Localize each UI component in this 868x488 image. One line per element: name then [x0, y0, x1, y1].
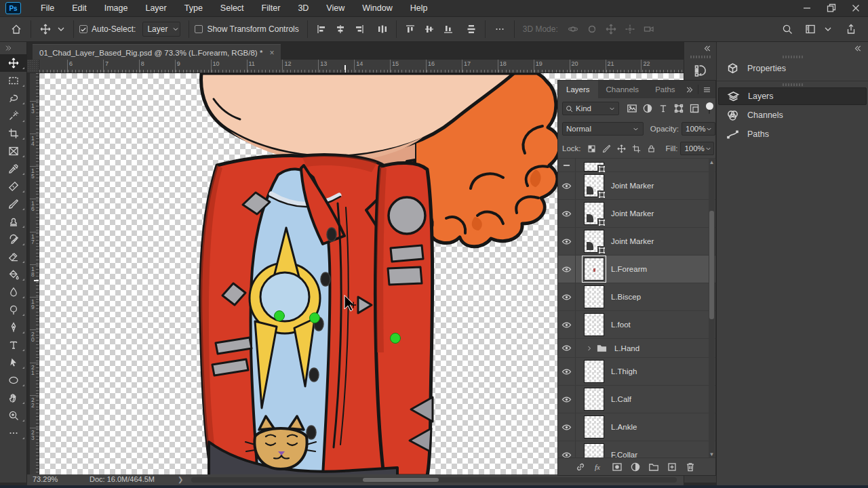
menu-window[interactable]: Window: [353, 0, 401, 16]
layer-name[interactable]: L.foot: [611, 321, 631, 329]
layer-thumbnail[interactable]: [584, 258, 604, 281]
restore-window-icon[interactable]: [819, 0, 844, 16]
pen-tool[interactable]: [0, 319, 27, 336]
layer-row[interactable]: Joint Marker: [558, 172, 715, 200]
lock-artboard-icon[interactable]: [631, 144, 642, 154]
scroll-up-icon[interactable]: ▲: [709, 159, 715, 165]
joint-marker-dot[interactable]: [310, 313, 320, 323]
layer-row-partial[interactable]: [558, 159, 715, 172]
more-options-icon[interactable]: [491, 24, 509, 35]
align-middle-icon[interactable]: [421, 24, 437, 35]
lock-position-icon[interactable]: [616, 144, 627, 154]
layer-name[interactable]: L.Ankle: [611, 423, 637, 431]
blur-tool[interactable]: [0, 283, 27, 301]
collapse-dock-icon[interactable]: [684, 42, 716, 54]
eyedropper-tool[interactable]: [0, 160, 27, 178]
search-icon[interactable]: [778, 24, 796, 35]
filter-smart-objects-icon[interactable]: [688, 102, 701, 115]
layer-filter-toggle[interactable]: [705, 102, 714, 115]
close-window-icon[interactable]: [844, 0, 868, 16]
align-center-horizontal-icon[interactable]: [332, 24, 349, 35]
layer-thumbnail[interactable]: [584, 443, 604, 459]
layers-scrollbar[interactable]: ▲ ▼: [709, 158, 715, 459]
dock-item-properties[interactable]: Properties: [718, 60, 867, 77]
layer-name[interactable]: L.Hand: [614, 344, 639, 352]
healing-brush-tool[interactable]: [0, 178, 27, 195]
auto-select-checkbox[interactable]: [79, 25, 87, 33]
distribute-horizontal-icon[interactable]: [374, 24, 391, 35]
joint-marker-dot[interactable]: [391, 333, 401, 344]
zoom-level[interactable]: 73.29%: [33, 475, 58, 483]
lock-all-icon[interactable]: [646, 144, 656, 154]
visibility-eye-icon[interactable]: [558, 256, 576, 283]
dock-grip[interactable]: [783, 56, 803, 58]
lasso-tool[interactable]: [0, 89, 27, 107]
visibility-eye-icon[interactable]: [558, 228, 576, 255]
status-chevron-icon[interactable]: ❯: [178, 476, 183, 483]
visibility-eye-icon[interactable]: [558, 386, 576, 413]
visibility-eye-icon[interactable]: [558, 413, 576, 441]
menu-view[interactable]: View: [317, 0, 353, 16]
dock-grip[interactable]: [690, 56, 711, 58]
layer-row[interactable]: L.Calf: [558, 386, 715, 413]
menu-file[interactable]: File: [32, 0, 63, 16]
menu-layer[interactable]: Layer: [136, 0, 175, 16]
layer-name[interactable]: Joint Marker: [611, 182, 654, 190]
filter-adjustment-layers-icon[interactable]: [642, 102, 654, 115]
layer-thumbnail[interactable]: [584, 313, 604, 336]
horizontal-sc scroll-thumb[interactable]: [363, 478, 439, 482]
scroll-down-icon[interactable]: ▼: [709, 451, 715, 458]
layer-thumbnail[interactable]: [584, 415, 604, 439]
align-right-icon[interactable]: [351, 24, 368, 35]
add-mask-icon[interactable]: [611, 461, 623, 473]
path-selection-tool[interactable]: [0, 354, 27, 371]
distribute-vertical-icon[interactable]: [463, 24, 479, 35]
menu-type[interactable]: Type: [176, 0, 212, 16]
filter-type-layers-icon[interactable]: [657, 102, 669, 115]
history-panel-icon[interactable]: [690, 61, 711, 80]
move-tool-preset-icon[interactable]: [37, 24, 54, 35]
document-tab[interactable]: 01_Chad_Layer_Based_Rig.psd @ 73.3% (L.F…: [33, 44, 281, 61]
dock-item-channels[interactable]: Channels: [718, 106, 867, 124]
layer-name[interactable]: Joint Marker: [611, 237, 654, 245]
layer-thumbnail[interactable]: [584, 230, 604, 253]
layer-row[interactable]: L.Thigh: [558, 358, 715, 386]
toolbar-expand-icon[interactable]: [0, 42, 26, 54]
workspace-icon[interactable]: [802, 24, 819, 35]
tool-preset-chevron-icon[interactable]: [54, 24, 68, 35]
layers-scroll-thumb[interactable]: [709, 211, 714, 319]
menu-help[interactable]: Help: [401, 0, 437, 16]
layer-styles-icon[interactable]: fx: [593, 461, 605, 473]
lock-transparency-icon[interactable]: [587, 144, 597, 154]
lock-pixels-icon[interactable]: [601, 144, 612, 154]
menu-image[interactable]: Image: [96, 0, 137, 16]
link-layers-icon[interactable]: [574, 461, 587, 473]
panel-menu-icon[interactable]: [703, 85, 711, 94]
filter-shape-layers-icon[interactable]: [673, 102, 685, 115]
group-expand-chevron-icon[interactable]: [585, 344, 593, 352]
minimize-window-icon[interactable]: [795, 0, 819, 16]
home-icon[interactable]: [7, 24, 25, 35]
new-group-icon[interactable]: [648, 461, 660, 473]
align-bottom-icon[interactable]: [440, 24, 456, 35]
layer-row[interactable]: L.Biscep: [558, 283, 715, 311]
delete-layer-icon[interactable]: [684, 461, 696, 473]
visibility-eye-icon[interactable]: [558, 159, 576, 171]
tab-layers[interactable]: Layers: [558, 81, 598, 98]
workspace-chevron-icon[interactable]: [819, 24, 837, 35]
layer-thumbnail[interactable]: [584, 162, 604, 171]
layer-row[interactable]: F.Collar: [558, 441, 715, 459]
visibility-eye-icon[interactable]: [558, 283, 576, 310]
tab-paths[interactable]: Paths: [647, 81, 683, 98]
clone-stamp-tool[interactable]: [0, 213, 27, 230]
brush-tool[interactable]: [0, 195, 27, 213]
history-brush-tool[interactable]: [0, 230, 27, 248]
adjustment-layer-icon[interactable]: [629, 461, 642, 473]
tab-close-icon[interactable]: ×: [269, 48, 274, 58]
layer-thumbnail[interactable]: [584, 360, 604, 383]
layer-row[interactable]: L.Forearm: [558, 256, 715, 283]
filter-kind-dropdown[interactable]: Kind: [562, 102, 619, 115]
menu-3d[interactable]: 3D: [289, 0, 317, 16]
magic-wand-tool[interactable]: [0, 107, 27, 125]
marquee-tool[interactable]: [0, 72, 27, 89]
